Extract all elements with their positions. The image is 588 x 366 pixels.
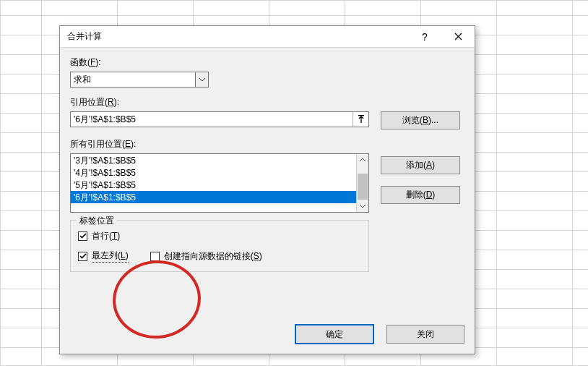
- browse-button[interactable]: 浏览(B)...: [381, 111, 460, 129]
- link-checkbox[interactable]: [150, 252, 160, 261]
- labelpos-legend: 标签位置: [77, 215, 117, 227]
- scroll-thumb[interactable]: [358, 174, 368, 200]
- reference-label: 引用位置(R):: [70, 96, 464, 108]
- scroll-track[interactable]: [357, 166, 368, 200]
- dialog-footer: 确定 关闭: [295, 325, 464, 344]
- scroll-up-icon[interactable]: [357, 154, 368, 166]
- reference-input[interactable]: [71, 112, 353, 127]
- dialog-content: 函数(F): 求和 引用位置(R): 浏览(B)... 所有引用位置(E): '…: [60, 48, 475, 281]
- delete-button[interactable]: 删除(D): [381, 186, 460, 204]
- list-item[interactable]: '6月'!$A$1:$B$5: [71, 191, 356, 203]
- list-item[interactable]: '5月'!$A$1:$B$5: [71, 179, 356, 191]
- list-item[interactable]: '3月'!$A$1:$B$5: [71, 154, 356, 166]
- svg-rect-0: [358, 115, 364, 116]
- reference-input-wrap: [70, 111, 369, 127]
- allrefs-label: 所有引用位置(E):: [70, 138, 464, 150]
- range-picker-icon[interactable]: [353, 112, 368, 127]
- allrefs-listbox[interactable]: '3月'!$A$1:$B$5'4月'!$A$1:$B$5'5月'!$A$1:$B…: [70, 153, 369, 213]
- toprow-checkbox[interactable]: [78, 231, 87, 241]
- toprow-label[interactable]: 首行(T): [92, 230, 120, 242]
- close-button[interactable]: 关闭: [386, 325, 464, 344]
- chevron-down-icon[interactable]: [195, 72, 208, 87]
- dialog-title: 合并计算: [67, 30, 408, 43]
- link-label[interactable]: 创建指向源数据的链接(S): [164, 250, 262, 263]
- function-value: 求和: [71, 74, 91, 86]
- scrollbar[interactable]: [356, 154, 368, 212]
- help-button[interactable]: ?: [408, 26, 441, 48]
- ok-button[interactable]: 确定: [295, 325, 373, 344]
- close-icon[interactable]: [441, 26, 475, 48]
- scroll-down-icon[interactable]: [357, 200, 368, 212]
- function-select[interactable]: 求和: [70, 72, 209, 88]
- consolidate-dialog: 合并计算 ? 函数(F): 求和 引用位置(R): 浏览(B)... 所有引用位…: [59, 25, 475, 354]
- list-item[interactable]: '4月'!$A$1:$B$5: [71, 166, 356, 179]
- titlebar: 合并计算 ?: [60, 26, 475, 48]
- leftcol-label[interactable]: 最左列(L): [92, 250, 129, 263]
- labelpos-fieldset: 标签位置 首行(T) 最左列(L) 创建指向源数据: [70, 220, 369, 272]
- function-label: 函数(F):: [70, 56, 464, 69]
- add-button[interactable]: 添加(A): [381, 156, 460, 174]
- leftcol-checkbox[interactable]: [78, 252, 87, 261]
